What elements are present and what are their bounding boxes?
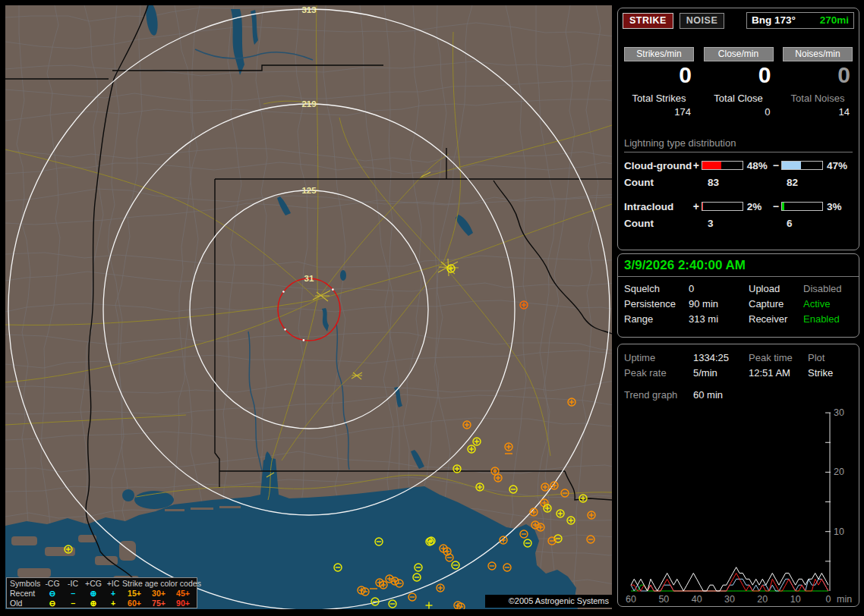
persistence-value: 90 min — [689, 297, 749, 312]
age-code-15+: 15+ — [122, 589, 147, 599]
distribution-row: Intracloud+2%−3% — [624, 200, 853, 212]
stats-col3: Peak time — [749, 350, 808, 366]
age-code-90+: 90+ — [171, 599, 195, 608]
trend-graph-label: Trend graph — [624, 388, 693, 402]
plus-sign: + — [693, 159, 702, 171]
strike-mode-button[interactable]: STRIKE — [623, 13, 673, 29]
trend-graph-value: 60 min — [693, 388, 723, 402]
trend-chart: 1020306050403020100min — [618, 407, 859, 606]
legend-age-title: Strike age color codes — [122, 579, 201, 589]
statistics-trend-panel: Uptime1334:25Peak timePlotPeak rate5/min… — [617, 344, 859, 607]
legend-row-old: Old⊖−⊕+60+75+90+ — [10, 599, 197, 608]
upload-label: Upload — [749, 281, 803, 297]
close-per-min-button[interactable]: Close/min — [704, 47, 774, 61]
stats-value: 1334:25 — [693, 350, 749, 366]
ic-plus-icon: + — [104, 589, 122, 599]
ring-label-125: 125 — [301, 186, 317, 195]
rate-value: 0 — [783, 62, 853, 87]
legend-header-cell: +IC — [104, 579, 122, 589]
strikes-per-min-button[interactable]: Strikes/min — [624, 47, 694, 61]
x-tick-label: 60 — [626, 594, 636, 605]
nexstorm-app-window: 31321912531 Symbols-CG-IC+CG+ICStrike ag… — [0, 0, 864, 616]
legend-header-cell: -CG — [42, 579, 63, 589]
distribution-count-row: Count36 — [624, 218, 853, 229]
positive-percent: 48% — [747, 160, 773, 171]
age-code-30+: 30+ — [147, 589, 171, 599]
legend-header-cell: -IC — [63, 579, 83, 589]
positive-percent: 2% — [747, 201, 773, 212]
negative-count: 6 — [787, 218, 793, 229]
stats-col4: Strike — [808, 366, 853, 381]
rate-value: 0 — [624, 62, 694, 87]
map-view[interactable]: 31321912531 Symbols-CG-IC+CG+ICStrike ag… — [5, 5, 612, 609]
total-value: 0 — [704, 106, 774, 118]
distribution-count-row: Count8382 — [624, 177, 853, 188]
y-tick-label: 30 — [834, 407, 844, 418]
receiver-status: Enabled — [803, 312, 853, 327]
negative-bar-fill — [782, 203, 784, 210]
stats-label: Uptime — [624, 350, 693, 366]
legend-row-label: Old — [10, 599, 42, 608]
x-tick-label: 30 — [724, 594, 735, 605]
range-value: 270mi — [820, 14, 849, 26]
noises-per-min-button[interactable]: Noises/min — [783, 47, 853, 61]
ic-minus-icon: − — [63, 589, 83, 599]
stats-col4: Plot — [808, 350, 853, 366]
capture-status: Active — [803, 297, 853, 312]
ic-plus-icon: + — [104, 599, 122, 608]
stats-col3: 12:51 AM — [749, 366, 808, 381]
positive-bar-fill — [702, 162, 721, 169]
negative-percent: 47% — [827, 160, 853, 171]
age-code-60+: 60+ — [122, 599, 147, 608]
counter-column: Strikes/min0Total Strikes174 — [624, 47, 694, 118]
trend-series-ic — [631, 585, 828, 591]
counter-column: Close/min0Total Close0 — [704, 47, 774, 118]
cg-minus-icon: ⊖ — [42, 589, 63, 599]
negative-bar — [781, 161, 823, 170]
age-code-75+: 75+ — [147, 599, 171, 608]
x-tick-label: 50 — [658, 594, 669, 605]
age-code-45+: 45+ — [171, 589, 195, 599]
x-unit-label: min — [837, 594, 852, 605]
legend-row-recent: Recent⊖−⊕+15+30+45+ — [10, 589, 197, 599]
rate-value: 0 — [704, 62, 774, 87]
x-tick-label: 20 — [757, 594, 768, 605]
cg-plus-icon: ⊕ — [83, 599, 104, 608]
squelch-label: Squelch — [624, 281, 689, 297]
capture-label: Capture — [749, 297, 803, 312]
legend-header: Symbols-CG-IC+CG+ICStrike age color code… — [10, 579, 197, 589]
trend-series-+cg — [631, 574, 828, 592]
ic-minus-icon: − — [63, 599, 83, 608]
persistence-label: Persistence — [624, 297, 689, 312]
status-row: Range313 miReceiverEnabled — [624, 312, 853, 327]
map-symbol-legend: Symbols-CG-IC+CG+ICStrike age color code… — [6, 577, 197, 608]
x-tick-label: 40 — [692, 594, 702, 605]
mode-button-row: STRIKE NOISE Bng 173° 270mi — [618, 8, 859, 29]
map-svg: 31321912531 — [5, 5, 612, 609]
distribution-title: Lightning type distribution — [624, 137, 853, 152]
minus-sign: − — [773, 200, 781, 212]
y-tick-label: 20 — [834, 467, 844, 477]
status-row: Squelch0UploadDisabled — [624, 281, 853, 297]
positive-bar-fill — [702, 203, 703, 210]
noise-mode-button[interactable]: NOISE — [680, 13, 724, 29]
distribution-type-label: Intracloud — [624, 201, 693, 212]
counter-column: Noises/min0Total Noises14 — [783, 47, 853, 118]
range-value: 313 mi — [689, 312, 749, 327]
rate-counters: Strikes/min0Total Strikes174Close/min0To… — [618, 29, 859, 118]
ring-label-31: 31 — [304, 274, 314, 283]
status-row: Persistence90 minCaptureActive — [624, 297, 853, 312]
total-label: Total Noises — [783, 93, 853, 104]
positive-bar — [702, 161, 743, 170]
distribution-type-label: Cloud-ground — [624, 160, 693, 171]
positive-bar — [702, 202, 743, 211]
cg-minus-icon: ⊖ — [42, 599, 63, 608]
positive-count: 83 — [708, 177, 787, 188]
stats-label: Peak rate — [624, 366, 693, 381]
total-label: Total Close — [704, 93, 774, 104]
stats-row: Peak rate5/min12:51 AMStrike — [624, 366, 853, 381]
count-label: Count — [624, 218, 708, 229]
negative-bar-fill — [782, 162, 801, 169]
negative-count: 82 — [787, 177, 798, 188]
positive-count: 3 — [708, 218, 787, 229]
